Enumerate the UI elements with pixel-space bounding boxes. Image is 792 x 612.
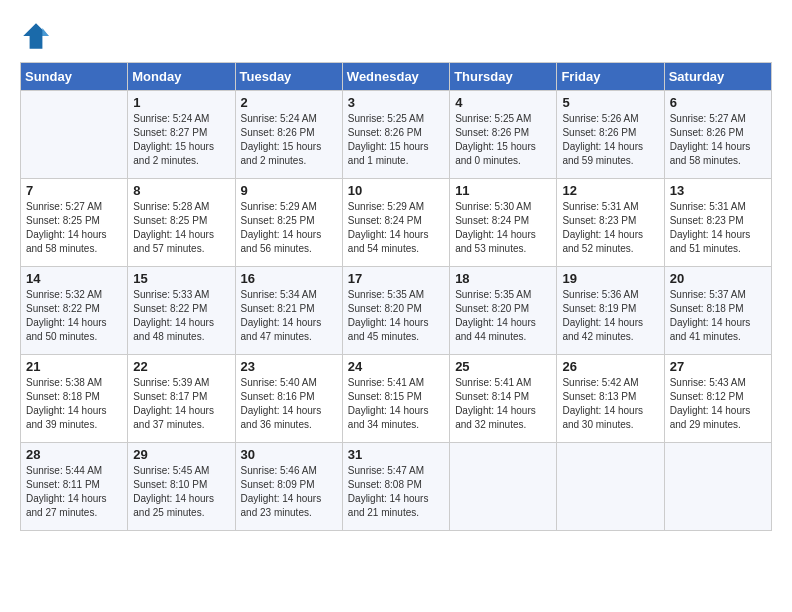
day-number: 29 [133, 447, 229, 462]
day-number: 3 [348, 95, 444, 110]
calendar-cell [21, 91, 128, 179]
day-number: 13 [670, 183, 766, 198]
calendar-cell: 28Sunrise: 5:44 AM Sunset: 8:11 PM Dayli… [21, 443, 128, 531]
day-number: 10 [348, 183, 444, 198]
cell-info: Sunrise: 5:35 AM Sunset: 8:20 PM Dayligh… [455, 288, 551, 344]
calendar-cell: 21Sunrise: 5:38 AM Sunset: 8:18 PM Dayli… [21, 355, 128, 443]
cell-info: Sunrise: 5:45 AM Sunset: 8:10 PM Dayligh… [133, 464, 229, 520]
cell-info: Sunrise: 5:26 AM Sunset: 8:26 PM Dayligh… [562, 112, 658, 168]
cell-info: Sunrise: 5:43 AM Sunset: 8:12 PM Dayligh… [670, 376, 766, 432]
calendar-cell: 14Sunrise: 5:32 AM Sunset: 8:22 PM Dayli… [21, 267, 128, 355]
calendar-cell: 26Sunrise: 5:42 AM Sunset: 8:13 PM Dayli… [557, 355, 664, 443]
calendar-cell: 1Sunrise: 5:24 AM Sunset: 8:27 PM Daylig… [128, 91, 235, 179]
calendar-cell: 2Sunrise: 5:24 AM Sunset: 8:26 PM Daylig… [235, 91, 342, 179]
cell-info: Sunrise: 5:47 AM Sunset: 8:08 PM Dayligh… [348, 464, 444, 520]
day-number: 17 [348, 271, 444, 286]
calendar-week-2: 7Sunrise: 5:27 AM Sunset: 8:25 PM Daylig… [21, 179, 772, 267]
cell-info: Sunrise: 5:24 AM Sunset: 8:27 PM Dayligh… [133, 112, 229, 168]
calendar-cell: 11Sunrise: 5:30 AM Sunset: 8:24 PM Dayli… [450, 179, 557, 267]
day-header-monday: Monday [128, 63, 235, 91]
day-number: 4 [455, 95, 551, 110]
cell-info: Sunrise: 5:29 AM Sunset: 8:25 PM Dayligh… [241, 200, 337, 256]
svg-marker-1 [42, 28, 48, 36]
day-number: 21 [26, 359, 122, 374]
day-header-saturday: Saturday [664, 63, 771, 91]
cell-info: Sunrise: 5:28 AM Sunset: 8:25 PM Dayligh… [133, 200, 229, 256]
calendar-week-5: 28Sunrise: 5:44 AM Sunset: 8:11 PM Dayli… [21, 443, 772, 531]
cell-info: Sunrise: 5:40 AM Sunset: 8:16 PM Dayligh… [241, 376, 337, 432]
calendar-cell [557, 443, 664, 531]
day-number: 2 [241, 95, 337, 110]
day-number: 5 [562, 95, 658, 110]
cell-info: Sunrise: 5:37 AM Sunset: 8:18 PM Dayligh… [670, 288, 766, 344]
day-number: 8 [133, 183, 229, 198]
day-header-tuesday: Tuesday [235, 63, 342, 91]
cell-info: Sunrise: 5:44 AM Sunset: 8:11 PM Dayligh… [26, 464, 122, 520]
cell-info: Sunrise: 5:25 AM Sunset: 8:26 PM Dayligh… [455, 112, 551, 168]
day-number: 24 [348, 359, 444, 374]
day-number: 6 [670, 95, 766, 110]
day-number: 15 [133, 271, 229, 286]
day-number: 23 [241, 359, 337, 374]
day-number: 31 [348, 447, 444, 462]
day-header-sunday: Sunday [21, 63, 128, 91]
calendar-cell: 16Sunrise: 5:34 AM Sunset: 8:21 PM Dayli… [235, 267, 342, 355]
day-number: 28 [26, 447, 122, 462]
cell-info: Sunrise: 5:30 AM Sunset: 8:24 PM Dayligh… [455, 200, 551, 256]
logo [20, 20, 56, 52]
calendar-cell: 29Sunrise: 5:45 AM Sunset: 8:10 PM Dayli… [128, 443, 235, 531]
cell-info: Sunrise: 5:41 AM Sunset: 8:15 PM Dayligh… [348, 376, 444, 432]
cell-info: Sunrise: 5:32 AM Sunset: 8:22 PM Dayligh… [26, 288, 122, 344]
day-number: 22 [133, 359, 229, 374]
cell-info: Sunrise: 5:27 AM Sunset: 8:25 PM Dayligh… [26, 200, 122, 256]
calendar-cell: 22Sunrise: 5:39 AM Sunset: 8:17 PM Dayli… [128, 355, 235, 443]
cell-info: Sunrise: 5:33 AM Sunset: 8:22 PM Dayligh… [133, 288, 229, 344]
cell-info: Sunrise: 5:38 AM Sunset: 8:18 PM Dayligh… [26, 376, 122, 432]
calendar-cell: 19Sunrise: 5:36 AM Sunset: 8:19 PM Dayli… [557, 267, 664, 355]
day-number: 25 [455, 359, 551, 374]
cell-info: Sunrise: 5:39 AM Sunset: 8:17 PM Dayligh… [133, 376, 229, 432]
calendar-cell: 25Sunrise: 5:41 AM Sunset: 8:14 PM Dayli… [450, 355, 557, 443]
day-number: 20 [670, 271, 766, 286]
day-number: 14 [26, 271, 122, 286]
day-number: 26 [562, 359, 658, 374]
calendar-cell: 18Sunrise: 5:35 AM Sunset: 8:20 PM Dayli… [450, 267, 557, 355]
cell-info: Sunrise: 5:31 AM Sunset: 8:23 PM Dayligh… [562, 200, 658, 256]
calendar-cell: 27Sunrise: 5:43 AM Sunset: 8:12 PM Dayli… [664, 355, 771, 443]
cell-info: Sunrise: 5:29 AM Sunset: 8:24 PM Dayligh… [348, 200, 444, 256]
calendar-cell: 4Sunrise: 5:25 AM Sunset: 8:26 PM Daylig… [450, 91, 557, 179]
calendar-cell: 5Sunrise: 5:26 AM Sunset: 8:26 PM Daylig… [557, 91, 664, 179]
day-number: 11 [455, 183, 551, 198]
cell-info: Sunrise: 5:36 AM Sunset: 8:19 PM Dayligh… [562, 288, 658, 344]
day-header-friday: Friday [557, 63, 664, 91]
cell-info: Sunrise: 5:42 AM Sunset: 8:13 PM Dayligh… [562, 376, 658, 432]
calendar-week-3: 14Sunrise: 5:32 AM Sunset: 8:22 PM Dayli… [21, 267, 772, 355]
calendar-cell: 7Sunrise: 5:27 AM Sunset: 8:25 PM Daylig… [21, 179, 128, 267]
cell-info: Sunrise: 5:34 AM Sunset: 8:21 PM Dayligh… [241, 288, 337, 344]
day-number: 27 [670, 359, 766, 374]
day-number: 16 [241, 271, 337, 286]
calendar-cell: 13Sunrise: 5:31 AM Sunset: 8:23 PM Dayli… [664, 179, 771, 267]
page-header [20, 20, 772, 52]
calendar-cell: 12Sunrise: 5:31 AM Sunset: 8:23 PM Dayli… [557, 179, 664, 267]
day-number: 9 [241, 183, 337, 198]
day-number: 19 [562, 271, 658, 286]
calendar-cell: 17Sunrise: 5:35 AM Sunset: 8:20 PM Dayli… [342, 267, 449, 355]
calendar-header-row: SundayMondayTuesdayWednesdayThursdayFrid… [21, 63, 772, 91]
calendar-cell: 20Sunrise: 5:37 AM Sunset: 8:18 PM Dayli… [664, 267, 771, 355]
calendar-cell: 24Sunrise: 5:41 AM Sunset: 8:15 PM Dayli… [342, 355, 449, 443]
calendar-cell: 30Sunrise: 5:46 AM Sunset: 8:09 PM Dayli… [235, 443, 342, 531]
day-number: 1 [133, 95, 229, 110]
day-number: 18 [455, 271, 551, 286]
calendar-cell: 8Sunrise: 5:28 AM Sunset: 8:25 PM Daylig… [128, 179, 235, 267]
day-number: 12 [562, 183, 658, 198]
calendar-cell [664, 443, 771, 531]
cell-info: Sunrise: 5:31 AM Sunset: 8:23 PM Dayligh… [670, 200, 766, 256]
day-header-thursday: Thursday [450, 63, 557, 91]
calendar-cell: 9Sunrise: 5:29 AM Sunset: 8:25 PM Daylig… [235, 179, 342, 267]
calendar-week-4: 21Sunrise: 5:38 AM Sunset: 8:18 PM Dayli… [21, 355, 772, 443]
calendar-week-1: 1Sunrise: 5:24 AM Sunset: 8:27 PM Daylig… [21, 91, 772, 179]
calendar-cell [450, 443, 557, 531]
day-number: 7 [26, 183, 122, 198]
cell-info: Sunrise: 5:25 AM Sunset: 8:26 PM Dayligh… [348, 112, 444, 168]
